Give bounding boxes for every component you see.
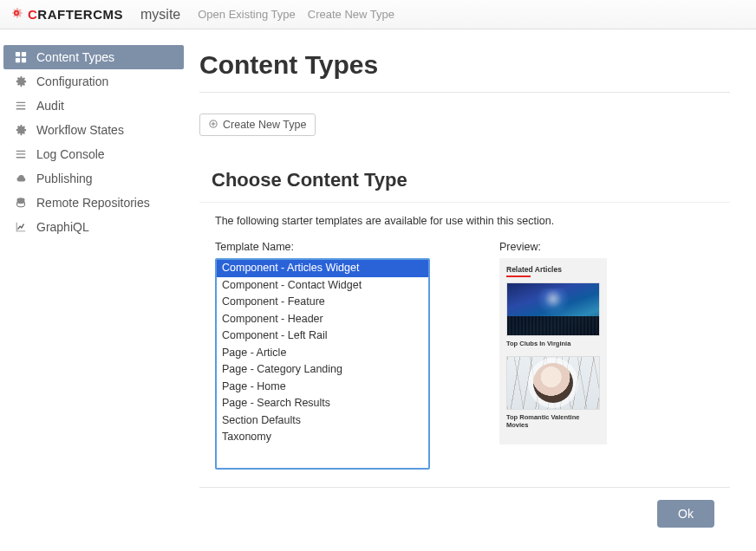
sidebar-item-log-console[interactable]: Log Console <box>0 142 187 166</box>
sidebar-item-configuration[interactable]: Configuration <box>0 69 187 94</box>
chart-icon <box>14 221 28 233</box>
site-name[interactable]: mysite <box>140 7 180 23</box>
cloud-icon <box>14 172 28 185</box>
template-listbox[interactable]: Component - Articles WidgetComponent - C… <box>215 258 430 470</box>
main-content: Content Types Create New Type Choose Con… <box>187 29 756 551</box>
sidebar: Content TypesConfigurationAuditWorkflow … <box>0 29 187 551</box>
preview-heading: Related Articles <box>506 265 600 274</box>
brand-text: CRAFTERCMS <box>28 7 123 22</box>
preview-panel: Related Articles Top Clubs In VirginiaTo… <box>499 258 607 444</box>
grid-icon <box>14 51 28 63</box>
template-option[interactable]: Component - Left Rail <box>217 327 428 345</box>
sidebar-item-audit[interactable]: Audit <box>0 94 187 118</box>
top-link-create-new[interactable]: Create New Type <box>308 8 394 21</box>
sidebar-item-publishing[interactable]: Publishing <box>0 166 187 191</box>
sidebar-item-graphiql[interactable]: GraphiQL <box>0 215 187 239</box>
template-option[interactable]: Page - Article <box>217 345 428 362</box>
preview-thumbnail <box>506 282 600 336</box>
list-icon <box>14 148 28 160</box>
template-option[interactable]: Page - Home <box>217 379 428 396</box>
page-title: Content Types <box>199 50 730 93</box>
template-option[interactable]: Component - Header <box>217 311 428 328</box>
plus-circle-icon <box>209 119 218 131</box>
preview-caption: Top Clubs In Virginia <box>506 340 600 347</box>
template-option[interactable]: Page - Search Results <box>217 395 428 412</box>
database-icon <box>14 197 28 209</box>
sidebar-item-content-types[interactable]: Content Types <box>3 45 184 69</box>
sidebar-item-label: Publishing <box>36 172 93 185</box>
sidebar-item-label: Workflow States <box>36 123 124 137</box>
svg-rect-3 <box>22 58 26 62</box>
preview-heading-underline <box>506 276 531 277</box>
svg-rect-1 <box>22 52 26 56</box>
preview-caption: Top Romantic Valentine Movies <box>506 413 600 429</box>
sidebar-item-remote-repositories[interactable]: Remote Repositories <box>0 191 187 215</box>
svg-rect-2 <box>16 58 20 62</box>
template-option[interactable]: Component - Feature <box>217 294 428 311</box>
list-icon <box>14 100 28 112</box>
create-new-type-button[interactable]: Create New Type <box>199 113 316 136</box>
template-option[interactable]: Component - Contact Widget <box>217 277 428 295</box>
gear-logo-icon <box>9 5 24 23</box>
preview-label: Preview: <box>499 241 629 253</box>
top-link-open-existing[interactable]: Open Existing Type <box>198 8 296 21</box>
brand-logo[interactable]: CRAFTERCMS <box>9 5 123 23</box>
sidebar-item-label: Remote Repositories <box>36 196 150 210</box>
preview-thumbnail <box>506 356 600 410</box>
sidebar-item-workflow-states[interactable]: Workflow States <box>0 118 187 142</box>
svg-rect-0 <box>16 52 20 56</box>
gear-icon <box>14 75 28 88</box>
gear-icon <box>14 124 28 136</box>
ok-button[interactable]: Ok <box>657 500 714 528</box>
sidebar-item-label: Content Types <box>36 50 114 64</box>
template-option[interactable]: Section Defaults <box>217 412 428 430</box>
create-new-type-label: Create New Type <box>223 119 306 131</box>
dialog-description: The following starter templates are avai… <box>199 203 730 241</box>
sidebar-item-label: Audit <box>36 99 64 113</box>
topbar: CRAFTERCMS mysite Open Existing Type Cre… <box>0 0 756 29</box>
template-option[interactable]: Component - Articles Widget <box>217 260 428 277</box>
dialog-title: Choose Content Type <box>199 162 730 203</box>
template-option[interactable]: Taxonomy <box>217 429 428 446</box>
template-name-label: Template Name: <box>215 241 430 253</box>
sidebar-item-label: GraphiQL <box>36 220 89 234</box>
sidebar-item-label: Log Console <box>36 147 105 161</box>
template-option[interactable]: Page - Category Landing <box>217 361 428 379</box>
choose-content-type-dialog: Choose Content Type The following starte… <box>199 162 730 531</box>
sidebar-item-label: Configuration <box>36 75 108 88</box>
